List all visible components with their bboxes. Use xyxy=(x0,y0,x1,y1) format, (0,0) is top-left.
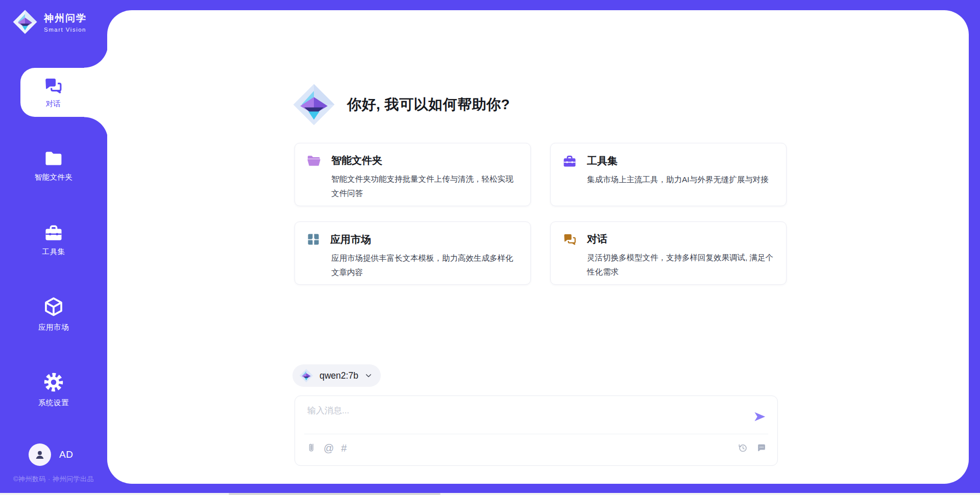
chevron-down-icon xyxy=(364,372,373,380)
sidebar-item-app-market[interactable]: 应用市场 xyxy=(0,296,107,332)
history-button[interactable] xyxy=(737,442,748,454)
sidebar-item-toolset[interactable]: 工具集 xyxy=(0,222,107,257)
toolbox-icon xyxy=(43,222,64,242)
user-name: AD xyxy=(59,449,73,460)
card-description: 应用市场提供丰富长文本模板，助力高效生成多样化文章内容 xyxy=(331,251,519,280)
horizontal-scrollbar[interactable] xyxy=(0,493,980,495)
topic-button[interactable]: # xyxy=(341,443,347,453)
card-description: 灵活切换多模型文件，支持多样回复效果调试, 满足个性化需求 xyxy=(587,251,775,279)
sidebar-item-smart-folder[interactable]: 智能文件夹 xyxy=(0,149,107,182)
sidebar-item-label: 工具集 xyxy=(42,247,65,257)
card-chat[interactable]: 对话 灵活切换多模型文件，支持多样回复效果调试, 满足个性化需求 xyxy=(550,221,787,285)
blocks-icon xyxy=(306,232,321,246)
brand-logo-icon xyxy=(12,9,38,35)
brand: 神州问学 Smart Vision xyxy=(12,9,87,35)
card-title: 对话 xyxy=(587,232,607,246)
copyright: ©神州数码 · 神州问学出品 xyxy=(0,475,107,484)
model-selector[interactable]: qwen2:7b xyxy=(292,364,381,387)
card-smart-folder[interactable]: 智能文件夹 智能文件夹功能支持批量文件上传与清洗，轻松实现文件问答 xyxy=(295,143,531,206)
sidebar: 神州问学 Smart Vision 对话 智能文件夹 工具集 xyxy=(0,0,107,495)
folder-open-icon xyxy=(306,154,322,167)
sidebar-item-chat[interactable]: 对话 xyxy=(20,68,108,117)
greeting-title: 你好, 我可以如何帮助你? xyxy=(347,95,510,114)
composer-divider xyxy=(304,434,768,434)
mention-icon: @ xyxy=(324,443,334,453)
scrollbar-thumb[interactable] xyxy=(229,493,440,495)
greeting-logo-icon xyxy=(292,83,336,127)
mention-button[interactable]: @ xyxy=(324,443,334,453)
card-title: 应用市场 xyxy=(330,233,371,246)
person-icon xyxy=(33,448,46,461)
attach-button[interactable] xyxy=(306,442,316,454)
avatar xyxy=(29,443,51,466)
message-composer: @ # xyxy=(295,395,778,466)
sidebar-item-label: 应用市场 xyxy=(38,323,69,332)
card-title: 工具集 xyxy=(587,154,618,168)
user-account[interactable]: AD xyxy=(29,443,73,466)
message-input[interactable] xyxy=(307,405,736,426)
history-icon xyxy=(737,442,748,454)
main-panel: 你好, 我可以如何帮助你? 智能文件夹 智能文件夹功能支持批量文件上传与清洗，轻… xyxy=(107,10,969,484)
send-button[interactable] xyxy=(753,410,767,424)
card-toolset[interactable]: 工具集 集成市场上主流工具，助力AI与外界无缝扩展与对接 xyxy=(550,143,787,206)
gear-icon xyxy=(43,372,64,393)
sidebar-item-settings[interactable]: 系统设置 xyxy=(0,372,107,408)
tab-curve-bottom xyxy=(84,117,108,141)
sidebar-item-label: 对话 xyxy=(46,99,61,109)
feedback-button[interactable] xyxy=(756,442,767,454)
folder-icon xyxy=(43,149,64,167)
sidebar-item-label: 系统设置 xyxy=(38,398,69,408)
card-app-market[interactable]: 应用市场 应用市场提供丰富长文本模板，助力高效生成多样化文章内容 xyxy=(295,221,531,285)
cube-icon xyxy=(43,296,64,317)
model-logo-icon xyxy=(299,368,313,383)
toolbar-right xyxy=(737,442,767,454)
send-icon xyxy=(753,410,767,424)
paperclip-icon xyxy=(306,442,316,454)
sidebar-item-label: 智能文件夹 xyxy=(35,172,73,182)
chat-icon xyxy=(42,77,64,95)
comment-icon xyxy=(756,442,767,454)
greeting: 你好, 我可以如何帮助你? xyxy=(292,83,510,127)
toolbox-icon xyxy=(562,154,577,168)
tab-curve-top xyxy=(84,44,108,68)
model-name: qwen2:7b xyxy=(320,370,358,381)
hash-icon: # xyxy=(341,443,347,453)
card-description: 集成市场上主流工具，助力AI与外界无缝扩展与对接 xyxy=(587,172,775,187)
card-description: 智能文件夹功能支持批量文件上传与清洗，轻松实现文件问答 xyxy=(331,172,519,201)
composer-toolbar: @ # xyxy=(306,439,767,457)
brand-subtitle: Smart Vision xyxy=(44,27,87,33)
card-title: 智能文件夹 xyxy=(331,154,382,167)
feature-cards: 智能文件夹 智能文件夹功能支持批量文件上传与清洗，轻松实现文件问答 工具集 集成… xyxy=(295,143,787,285)
brand-name: 神州问学 xyxy=(44,12,87,25)
chat-icon xyxy=(562,233,577,246)
